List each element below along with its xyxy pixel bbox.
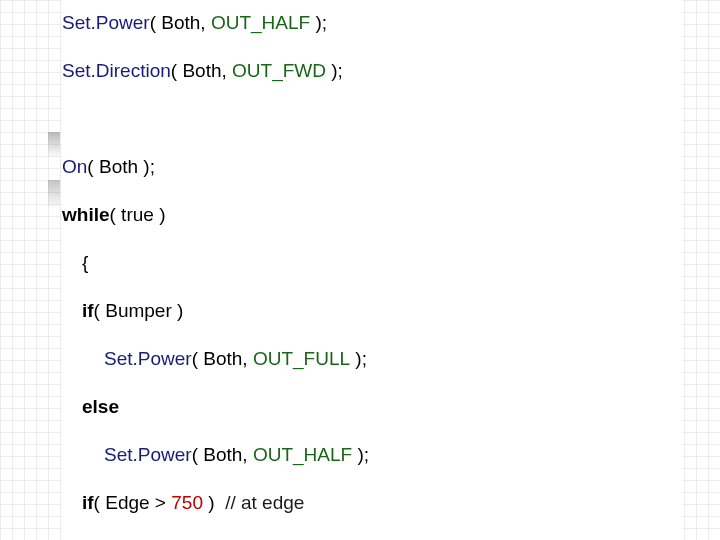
fn-name: Set.Power [104, 348, 192, 370]
code-line: Set.Direction( Both, OUT_FWD ); [62, 47, 682, 95]
const: OUT_FULL [253, 348, 350, 370]
pre: ( Edge > [94, 492, 172, 514]
fn-args: ( Both, [192, 444, 253, 466]
blank-line [62, 95, 682, 143]
code-block: Set.Power( Both, OUT_HALF ); Set.Directi… [62, 0, 682, 540]
keyword: while [62, 204, 110, 226]
line-end: ); [326, 60, 343, 82]
const: OUT_FWD [232, 60, 326, 82]
fn-args: ( Both, [192, 348, 253, 370]
fn-args: ( Both ); [87, 156, 155, 178]
decor-bar-2 [48, 180, 60, 210]
line-end: ); [310, 12, 327, 34]
keyword: if [82, 492, 94, 514]
fn-name: Set.Power [104, 444, 192, 466]
post: ) [203, 492, 225, 514]
code-line: { [62, 527, 682, 540]
rest: ( true ) [110, 204, 166, 226]
keyword: if [82, 300, 94, 322]
comment: // at edge [225, 492, 304, 514]
fn-name: Set.Power [62, 12, 150, 34]
fn-name: Set.Direction [62, 60, 171, 82]
const: OUT_HALF [211, 12, 310, 34]
line-end: ); [352, 444, 369, 466]
fn-name: On [62, 156, 87, 178]
rest: ( Bumper ) [94, 300, 184, 322]
keyword: else [82, 396, 119, 418]
fn-args: ( Both, [171, 60, 232, 82]
slide-page: Set.Power( Both, OUT_HALF ); Set.Directi… [0, 0, 720, 540]
const: OUT_HALF [253, 444, 352, 466]
code-line: else [62, 383, 682, 431]
line-end: ); [350, 348, 367, 370]
code-line: if( Bumper ) [62, 287, 682, 335]
fn-args: ( Both, [150, 12, 211, 34]
code-line: { [62, 239, 682, 287]
code-line: Set.Power( Both, OUT_HALF ); [62, 431, 682, 479]
decor-bar-1 [48, 132, 60, 158]
code-line: Set.Power( Both, OUT_HALF ); [62, 0, 682, 47]
code-line: if( Edge > 750 ) // at edge [62, 479, 682, 527]
code-line: while( true ) [62, 191, 682, 239]
number: 750 [171, 492, 203, 514]
code-line: On( Both ); [62, 143, 682, 191]
brace: { [82, 252, 88, 274]
code-line: Set.Power( Both, OUT_FULL ); [62, 335, 682, 383]
